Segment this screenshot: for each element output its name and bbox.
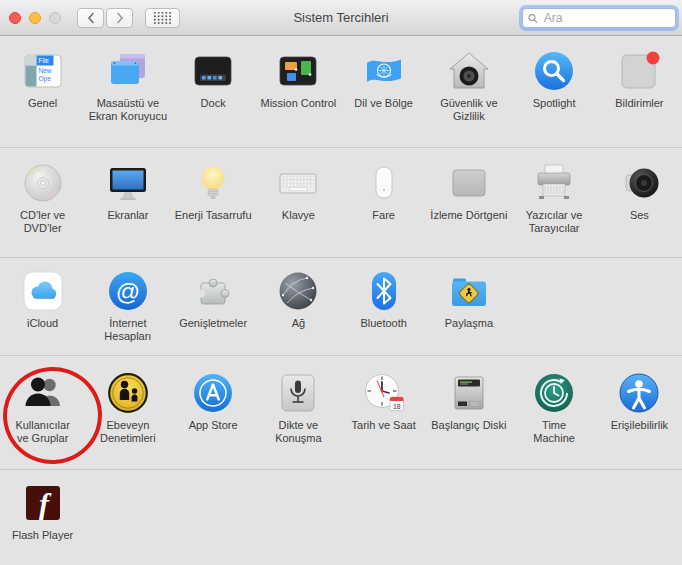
- pref-bildirimler[interactable]: Bildirimler: [597, 50, 682, 147]
- pref-label: Dock: [201, 97, 226, 110]
- pref-label: Klavye: [282, 209, 315, 222]
- spotlight-icon: [533, 50, 575, 92]
- pref-label: Kullanıcılar ve Gruplar: [9, 419, 77, 445]
- pref-label: Bluetooth: [360, 317, 406, 330]
- printer-icon: [533, 162, 575, 204]
- pref-label: Genişletmeler: [179, 317, 247, 330]
- pref-genel[interactable]: File New Ope Genel: [0, 50, 85, 147]
- pref-izleme-dortgeni[interactable]: İzleme Dörtgeni: [426, 162, 511, 257]
- pref-klavye[interactable]: Klavye: [256, 162, 341, 257]
- pref-yazicilar-ve-tarayicilar[interactable]: Yazıcılar ve Tarayıcılar: [512, 162, 597, 257]
- preference-panes: File New Ope Genel Masaüstü ve Ekran Kor…: [0, 36, 682, 565]
- sound-speaker-icon: [618, 162, 660, 204]
- energy-saver-bulb-icon: [192, 162, 234, 204]
- pref-label: Ağ: [292, 317, 305, 330]
- users-groups-icon: [22, 372, 64, 414]
- svg-text:18: 18: [393, 403, 401, 410]
- extensions-puzzle-icon: [192, 270, 234, 312]
- pref-time-machine[interactable]: Time Machine: [512, 372, 597, 469]
- pref-masaustu-ekran-koruyucu[interactable]: Masaüstü ve Ekran Koruyucu: [85, 50, 170, 147]
- keyboard-icon: [277, 162, 319, 204]
- app-store-icon: [192, 372, 234, 414]
- pref-label: İzleme Dörtgeni: [430, 209, 507, 222]
- pref-label: Bildirimler: [615, 97, 663, 110]
- dock-icon: [192, 50, 234, 92]
- show-all-button[interactable]: [145, 8, 180, 28]
- search-icon: [528, 13, 538, 24]
- pref-guvenlik-ve-gizlilik[interactable]: Güvenlik ve Gizlilik: [426, 50, 511, 147]
- pref-label: App Store: [189, 419, 238, 432]
- cd-dvd-icon: [22, 162, 64, 204]
- pref-app-store[interactable]: App Store: [171, 372, 256, 469]
- time-machine-icon: [533, 372, 575, 414]
- pref-tarih-ve-saat[interactable]: 18 Tarih ve Saat: [341, 372, 426, 469]
- pref-label: iCloud: [27, 317, 58, 330]
- pref-ag[interactable]: Ağ: [256, 270, 341, 355]
- pref-erisilebilirlik[interactable]: Erişilebilirlik: [597, 372, 682, 469]
- back-button[interactable]: [77, 8, 104, 28]
- notifications-icon: [618, 50, 660, 92]
- pref-ekranlar[interactable]: Ekranlar: [85, 162, 170, 257]
- pref-bluetooth[interactable]: Bluetooth: [341, 270, 426, 355]
- minimize-button[interactable]: [29, 12, 41, 24]
- svg-text:@: @: [116, 278, 140, 305]
- security-house-icon: [448, 50, 490, 92]
- accessibility-icon: [618, 372, 660, 414]
- search-field[interactable]: [522, 8, 676, 28]
- close-button[interactable]: [9, 12, 21, 24]
- mouse-icon: [363, 162, 405, 204]
- pref-label: Spotlight: [533, 97, 576, 110]
- pref-label: Başlangıç Diski: [431, 419, 506, 432]
- flash-player-icon: f: [22, 482, 64, 524]
- chevron-left-icon: [87, 12, 95, 24]
- pref-label: Flash Player: [12, 529, 73, 542]
- svg-text:Ope: Ope: [38, 75, 51, 83]
- pref-baslangic-diski[interactable]: Başlangıç Diski: [426, 372, 511, 469]
- title-bar: Sistem Tercihleri: [0, 0, 682, 36]
- pref-label: Enerji Tasarrufu: [175, 209, 252, 222]
- pref-label: Ses: [630, 209, 649, 222]
- pref-label: Ekranlar: [107, 209, 148, 222]
- pref-enerji-tasarrufu[interactable]: Enerji Tasarrufu: [171, 162, 256, 257]
- svg-text:New: New: [38, 67, 51, 74]
- pref-label: Paylaşma: [445, 317, 493, 330]
- pref-label: Dil ve Bölge: [354, 97, 413, 110]
- bluetooth-icon: [363, 270, 405, 312]
- desktop-screensaver-icon: [107, 50, 149, 92]
- prefs-row-4: Kullanıcılar ve Gruplar Ebeveyn Denetiml…: [0, 356, 682, 470]
- pref-dock[interactable]: Dock: [171, 50, 256, 147]
- pref-label: Masaüstü ve Ekran Koruyucu: [87, 97, 169, 123]
- pref-label: Fare: [372, 209, 395, 222]
- pref-mission-control[interactable]: Mission Control: [256, 50, 341, 147]
- pref-cdler-ve-dvdler[interactable]: CD’ler ve DVD’ler: [0, 162, 85, 257]
- pref-internet-hesaplari[interactable]: @ İnternet Hesapları: [85, 270, 170, 355]
- pref-ebeveyn-denetimleri[interactable]: Ebeveyn Denetimleri: [85, 372, 170, 469]
- mission-control-icon: [277, 50, 319, 92]
- pref-label: Dikte ve Konuşma: [257, 419, 339, 445]
- pref-paylasma[interactable]: Paylaşma: [426, 270, 511, 355]
- pref-label: Erişilebilirlik: [611, 419, 668, 432]
- date-time-clock-icon: 18: [363, 372, 405, 414]
- internet-accounts-icon: @: [107, 270, 149, 312]
- sharing-folder-icon: [448, 270, 490, 312]
- pref-ses[interactable]: Ses: [597, 162, 682, 257]
- chevron-right-icon: [116, 12, 124, 24]
- pref-genisletmeler[interactable]: Genişletmeler: [171, 270, 256, 355]
- forward-button[interactable]: [106, 8, 133, 28]
- network-globe-icon: [277, 270, 319, 312]
- pref-label: CD’ler ve DVD’ler: [2, 209, 84, 235]
- search-input[interactable]: [542, 10, 670, 26]
- pref-icloud[interactable]: iCloud: [0, 270, 85, 355]
- pref-dil-ve-bolge[interactable]: Dil ve Bölge: [341, 50, 426, 147]
- pref-dikte-ve-konusma[interactable]: Dikte ve Konuşma: [256, 372, 341, 469]
- pref-label: Mission Control: [260, 97, 336, 110]
- pref-label: Tarih ve Saat: [352, 419, 416, 432]
- pref-label: Time Machine: [529, 419, 579, 445]
- pref-spotlight[interactable]: Spotlight: [512, 50, 597, 147]
- pref-label: İnternet Hesapları: [87, 317, 169, 343]
- pref-fare[interactable]: Fare: [341, 162, 426, 257]
- startup-disk-icon: [448, 372, 490, 414]
- parental-controls-icon: [107, 372, 149, 414]
- pref-flash-player[interactable]: f Flash Player: [0, 482, 85, 565]
- pref-kullanicilar-ve-gruplar[interactable]: Kullanıcılar ve Gruplar: [0, 372, 85, 469]
